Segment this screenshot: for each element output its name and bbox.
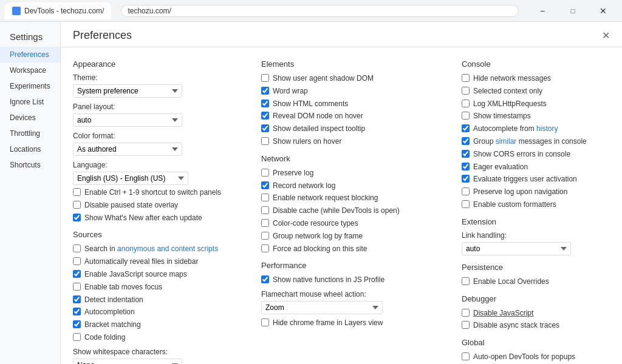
ctrl19-label[interactable]: Enable Ctrl + 1-9 shortcut to switch pan…: [84, 187, 221, 198]
html-comments-checkbox[interactable]: [261, 99, 269, 107]
tab-moves-label[interactable]: Enable tab moves focus: [84, 282, 162, 292]
local-overrides-label[interactable]: Enable Local Overrides: [473, 277, 549, 287]
disable-js-label[interactable]: Disable JavaScript: [473, 308, 533, 318]
triggers-user-checkbox[interactable]: [462, 175, 470, 183]
group-network-checkbox[interactable]: [261, 232, 269, 240]
close-settings-button[interactable]: ✕: [602, 30, 610, 41]
hide-chrome-frame-checkbox[interactable]: [261, 318, 269, 326]
group-network-label[interactable]: Group network log by frame: [273, 231, 363, 241]
disable-cache-label[interactable]: Disable cache (while DevTools is open): [273, 206, 400, 216]
hide-chrome-frame-label[interactable]: Hide chrome frame in Layers view: [273, 318, 383, 328]
word-wrap-checkbox[interactable]: [261, 87, 269, 95]
selected-context-checkbox[interactable]: [462, 87, 470, 95]
auto-reveal-label[interactable]: Automatically reveal files in sidebar: [84, 257, 198, 267]
sidebar-item-shortcuts[interactable]: Shortcuts: [0, 157, 60, 173]
disable-async-checkbox[interactable]: [462, 321, 470, 329]
detailed-inspect-checkbox[interactable]: [261, 124, 269, 132]
close-button[interactable]: ✕: [589, 0, 617, 22]
panel-layout-select[interactable]: auto horizontal vertical: [73, 113, 182, 127]
auto-open-label[interactable]: Auto-open DevTools for popups: [473, 352, 575, 362]
html-comments-label[interactable]: Show HTML comments: [273, 99, 348, 109]
code-folding-checkbox[interactable]: [73, 333, 81, 341]
record-network-label[interactable]: Record network log: [273, 181, 335, 191]
dispaused-checkbox[interactable]: [73, 201, 81, 209]
code-folding-label[interactable]: Code folding: [84, 332, 125, 343]
eager-eval-checkbox[interactable]: [462, 163, 470, 170]
autocomplete-history-checkbox[interactable]: [462, 124, 470, 132]
show-timestamps-label[interactable]: Show timestamps: [473, 111, 531, 121]
disable-js-checkbox[interactable]: [462, 309, 470, 317]
detect-indent-label[interactable]: Detect indentation: [84, 295, 143, 305]
reveal-dom-checkbox[interactable]: [261, 112, 269, 120]
color-code-label[interactable]: Color-code resource types: [273, 218, 358, 229]
preserve-log-label[interactable]: Preserve log: [273, 168, 313, 178]
minimize-button[interactable]: −: [528, 0, 556, 22]
preserve-log-nav-label[interactable]: Preserve log upon navigation: [473, 187, 567, 197]
reveal-dom-label[interactable]: Reveal DOM node on hover: [273, 111, 363, 121]
auto-open-checkbox[interactable]: [462, 352, 470, 360]
force-ad-checkbox[interactable]: [261, 244, 269, 252]
hide-network-label[interactable]: Hide network messages: [473, 73, 551, 84]
whitespace-select[interactable]: None All Trailing: [73, 359, 182, 364]
sidebar-item-devices[interactable]: Devices: [0, 110, 60, 126]
language-select[interactable]: English (US) - English (US): [73, 172, 188, 185]
detect-indent-checkbox[interactable]: [73, 295, 81, 303]
sidebar-item-locations[interactable]: Locations: [0, 141, 60, 157]
js-source-maps-label[interactable]: Enable JavaScript source maps: [84, 269, 187, 280]
rulers-checkbox[interactable]: [261, 137, 269, 145]
ctrl19-checkbox[interactable]: [73, 188, 81, 196]
word-wrap-label[interactable]: Word wrap: [273, 86, 308, 96]
cors-errors-checkbox[interactable]: [462, 150, 470, 158]
color-code-checkbox[interactable]: [261, 219, 269, 227]
flamechart-select[interactable]: Zoom Scroll: [261, 301, 383, 314]
local-overrides-checkbox[interactable]: [462, 277, 470, 285]
cors-errors-label[interactable]: Show CORS errors in console: [473, 149, 570, 160]
detailed-inspect-label[interactable]: Show detailed inspect tooltip: [273, 124, 365, 134]
log-xml-checkbox[interactable]: [462, 99, 470, 107]
search-anon-label[interactable]: Search in anonymous and content scripts: [84, 244, 218, 254]
sidebar-item-workspace[interactable]: Workspace: [0, 62, 60, 78]
preserve-log-nav-checkbox[interactable]: [462, 187, 470, 195]
autocompletion-label[interactable]: Autocompletion: [84, 307, 135, 317]
theme-select[interactable]: System preference Light Dark: [73, 84, 182, 98]
triggers-user-label[interactable]: Evaluate triggers user activation: [473, 174, 577, 184]
network-request-blocking-checkbox[interactable]: [261, 194, 269, 201]
dispaused-label[interactable]: Disable paused state overlay: [84, 200, 178, 211]
auto-reveal-checkbox[interactable]: [73, 257, 81, 265]
user-agent-shadow-checkbox[interactable]: [261, 74, 269, 82]
rulers-label[interactable]: Show rulers on hover: [273, 136, 341, 147]
whatsnew-label[interactable]: Show What's New after each update: [84, 213, 202, 223]
bracket-matching-label[interactable]: Bracket matching: [84, 320, 141, 330]
record-network-checkbox[interactable]: [261, 181, 269, 189]
url-bar[interactable]: techozu.com/: [121, 5, 519, 17]
log-xml-label[interactable]: Log XMLHttpRequests: [473, 99, 547, 109]
hide-network-checkbox[interactable]: [462, 74, 470, 82]
network-request-blocking-label[interactable]: Enable network request blocking: [273, 193, 378, 203]
user-agent-shadow-label[interactable]: Show user agent shadow DOM: [273, 73, 374, 84]
bracket-matching-checkbox[interactable]: [73, 320, 81, 328]
sidebar-item-preferences[interactable]: Preferences: [0, 47, 60, 62]
native-functions-label[interactable]: Show native functions in JS Profile: [273, 275, 384, 285]
color-format-select[interactable]: As authored HEX RGB HSL: [73, 143, 182, 156]
whatsnew-checkbox[interactable]: [73, 214, 81, 221]
preserve-log-checkbox[interactable]: [261, 169, 269, 177]
disable-cache-checkbox[interactable]: [261, 206, 269, 214]
autocomplete-history-label[interactable]: Autocomplete from history: [473, 124, 558, 134]
native-functions-checkbox[interactable]: [261, 275, 269, 283]
group-similar-label[interactable]: Group similar messages in console: [473, 136, 587, 147]
browser-tab[interactable]: DevTools - techozu.com/: [5, 2, 111, 19]
disable-async-label[interactable]: Disable async stack traces: [473, 320, 559, 331]
search-anon-checkbox[interactable]: [73, 244, 81, 252]
js-source-maps-checkbox[interactable]: [73, 270, 81, 278]
sidebar-item-experiments[interactable]: Experiments: [0, 78, 60, 94]
custom-formatters-label[interactable]: Enable custom formatters: [473, 200, 556, 210]
force-ad-label[interactable]: Force ad blocking on this site: [273, 244, 367, 254]
custom-formatters-checkbox[interactable]: [462, 200, 470, 208]
selected-context-label[interactable]: Selected context only: [473, 86, 542, 96]
autocompletion-checkbox[interactable]: [73, 308, 81, 315]
tab-moves-checkbox[interactable]: [73, 283, 81, 291]
sidebar-item-throttling[interactable]: Throttling: [0, 126, 60, 141]
show-timestamps-checkbox[interactable]: [462, 112, 470, 120]
restore-button[interactable]: □: [559, 0, 587, 22]
group-similar-checkbox[interactable]: [462, 137, 470, 145]
